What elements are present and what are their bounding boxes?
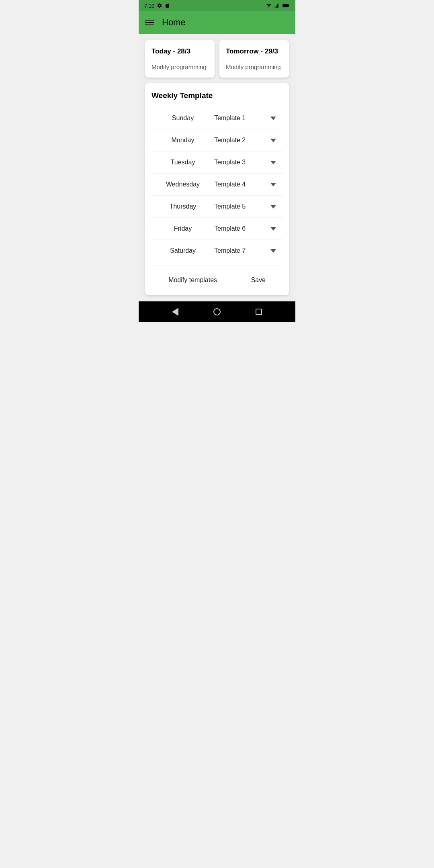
template-select-tuesday[interactable]: Template 3 — [211, 157, 279, 168]
svg-rect-4 — [283, 4, 289, 7]
svg-rect-3 — [278, 3, 279, 8]
chevron-down-icon — [270, 161, 276, 164]
tomorrow-card[interactable]: Tomorrow - 29/3 Modify programming — [219, 40, 289, 78]
chevron-down-icon — [270, 183, 276, 186]
day-template-row: SundayTemplate 1 — [151, 107, 283, 129]
chevron-down-icon — [270, 117, 276, 120]
day-name-thursday: Thursday — [155, 203, 211, 210]
day-template-row: SaturdayTemplate 7 — [151, 240, 283, 262]
weekly-template-footer: Modify templates Save — [151, 266, 283, 287]
tomorrow-modify-link[interactable]: Modify programming — [226, 63, 283, 70]
day-name-sunday: Sunday — [155, 115, 211, 122]
chevron-down-icon — [270, 139, 276, 142]
today-modify-link[interactable]: Modify programming — [151, 63, 208, 70]
status-bar-left: 7:10 — [144, 3, 170, 9]
status-bar-right — [266, 3, 290, 8]
svg-rect-5 — [289, 5, 289, 6]
nav-back-button[interactable] — [172, 308, 178, 316]
template-label-sunday: Template 1 — [214, 115, 246, 122]
day-name-friday: Friday — [155, 225, 211, 232]
day-template-row: FridayTemplate 6 — [151, 218, 283, 240]
chevron-down-icon — [270, 249, 276, 253]
template-label-saturday: Template 7 — [214, 247, 246, 254]
chevron-down-icon — [270, 227, 276, 231]
template-select-wednesday[interactable]: Template 4 — [211, 179, 279, 190]
day-template-row: ThursdayTemplate 5 — [151, 196, 283, 218]
sdcard-icon — [165, 3, 170, 8]
template-label-thursday: Template 5 — [214, 203, 246, 210]
status-time: 7:10 — [144, 3, 154, 9]
today-card-title: Today - 28/3 — [151, 47, 208, 55]
today-card[interactable]: Today - 28/3 Modify programming — [145, 40, 215, 78]
day-cards-row: Today - 28/3 Modify programming Tomorrow… — [145, 40, 289, 78]
chevron-down-icon — [270, 205, 276, 209]
template-select-sunday[interactable]: Template 1 — [211, 113, 279, 123]
day-template-row: MondayTemplate 2 — [151, 129, 283, 151]
day-rows-container: SundayTemplate 1MondayTemplate 2TuesdayT… — [151, 107, 283, 262]
template-label-monday: Template 2 — [214, 137, 246, 144]
nav-home-button[interactable] — [213, 308, 221, 315]
weekly-template-card: Weekly Template SundayTemplate 1MondayTe… — [145, 83, 289, 295]
wifi-icon — [266, 3, 272, 8]
save-button[interactable]: Save — [243, 273, 273, 287]
nav-recents-button[interactable] — [256, 309, 262, 315]
main-content: Today - 28/3 Modify programming Tomorrow… — [139, 34, 295, 301]
day-template-row: WednesdayTemplate 4 — [151, 174, 283, 196]
status-bar: 7:10 — [139, 0, 295, 11]
day-name-monday: Monday — [155, 137, 211, 144]
bottom-nav-bar — [139, 301, 295, 322]
day-template-row: TuesdayTemplate 3 — [151, 151, 283, 174]
day-name-tuesday: Tuesday — [155, 159, 211, 166]
app-bar: Home — [139, 11, 295, 34]
template-select-thursday[interactable]: Template 5 — [211, 201, 279, 212]
template-select-friday[interactable]: Template 6 — [211, 223, 279, 234]
svg-rect-1 — [276, 5, 277, 8]
menu-button[interactable] — [145, 20, 154, 25]
template-select-monday[interactable]: Template 2 — [211, 135, 279, 145]
svg-rect-0 — [275, 6, 276, 8]
battery-icon — [283, 3, 290, 8]
signal-icon — [274, 3, 280, 8]
template-label-wednesday: Template 4 — [214, 181, 246, 188]
svg-rect-2 — [277, 4, 278, 8]
day-name-wednesday: Wednesday — [155, 181, 211, 188]
app-title: Home — [162, 17, 186, 28]
weekly-template-title: Weekly Template — [151, 91, 283, 100]
gear-icon — [157, 3, 162, 8]
template-label-tuesday: Template 3 — [214, 159, 246, 166]
modify-templates-button[interactable]: Modify templates — [160, 273, 225, 287]
tomorrow-card-title: Tomorrow - 29/3 — [226, 47, 283, 55]
template-select-saturday[interactable]: Template 7 — [211, 246, 279, 256]
template-label-friday: Template 6 — [214, 225, 246, 232]
day-name-saturday: Saturday — [155, 247, 211, 254]
